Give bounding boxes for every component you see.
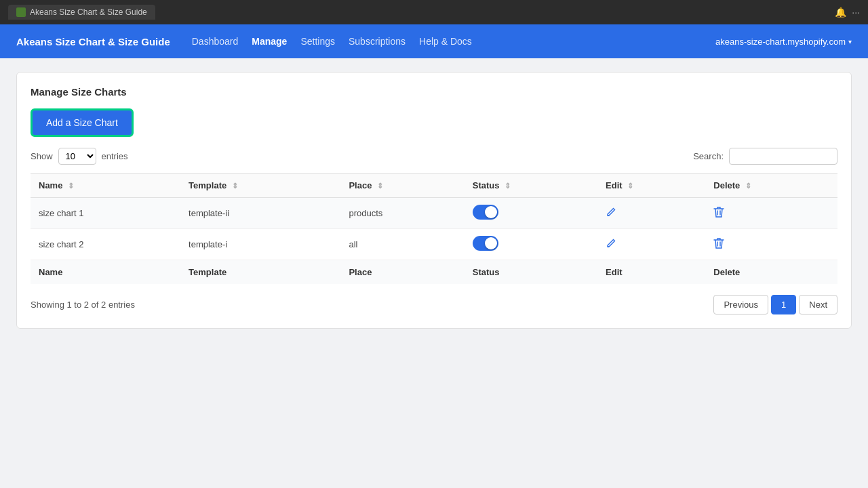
search-area: Search: [693,148,837,165]
row2-delete-icon[interactable] [713,240,724,251]
browser-bar: Akeans Size Chart & Size Guide 🔔 ··· [0,0,868,24]
store-name: akeans-size-chart.myshopify.com [715,37,846,47]
row1-status-toggle[interactable] [473,205,498,220]
store-selector[interactable]: akeans-size-chart.myshopify.com ▾ [715,37,852,47]
col-name-label: Name [39,180,62,190]
search-input[interactable] [729,148,837,165]
col-status[interactable]: Status ⇕ [465,174,597,198]
show-label: Show [31,151,53,161]
row2-delete[interactable] [705,229,837,260]
svg-rect-0 [18,9,24,16]
table-row: size chart 2 template-i all [31,229,837,260]
nav-manage[interactable]: Manage [252,36,287,47]
more-icon[interactable]: ··· [852,7,860,18]
row2-status-toggle[interactable] [473,236,498,251]
col-edit[interactable]: Edit ⇕ [597,174,705,198]
row1-delete-icon[interactable] [713,209,724,220]
manage-card: Manage Size Charts Add a Size Chart Show… [16,72,852,329]
col-place[interactable]: Place ⇕ [340,174,464,198]
entries-per-page-select[interactable]: 10 25 50 100 [58,148,96,165]
sort-status-icon: ⇕ [505,182,511,190]
row1-edit[interactable] [597,198,705,229]
pagination-area: Showing 1 to 2 of 2 entries Previous 1 N… [31,295,837,314]
col-template-label: Template [189,180,226,190]
main-content: Manage Size Charts Add a Size Chart Show… [0,58,868,488]
sort-name-icon: ⇕ [68,182,74,190]
app-nav: Dashboard Manage Settings Subscriptions … [192,36,694,47]
nav-dashboard[interactable]: Dashboard [192,36,239,47]
col-template[interactable]: Template ⇕ [180,174,340,198]
show-entries-control: Show 10 25 50 100 entries [31,148,128,165]
footer-place: Place [340,260,464,285]
row2-template: template-i [180,229,340,260]
add-size-chart-button[interactable]: Add a Size Chart [31,108,134,137]
previous-button[interactable]: Previous [713,295,768,314]
table-row: size chart 1 template-ii products [31,198,837,229]
chevron-down-icon: ▾ [848,38,852,45]
size-charts-table: Name ⇕ Template ⇕ Place ⇕ Status ⇕ [31,173,837,284]
row2-edit[interactable] [597,229,705,260]
pagination-buttons: Previous 1 Next [713,295,837,314]
card-title: Manage Size Charts [31,86,837,98]
col-edit-label: Edit [606,180,623,190]
tab-title: Akeans Size Chart & Size Guide [30,7,147,17]
showing-text: Showing 1 to 2 of 2 entries [31,300,135,310]
sort-delete-icon: ⇕ [745,182,751,190]
table-footer-row: Name Template Place Status Edit Delete [31,260,837,285]
row2-toggle-wrapper[interactable] [473,236,498,251]
nav-help-docs[interactable]: Help & Docs [419,36,472,47]
entries-label: entries [102,151,128,161]
col-delete-label: Delete [713,180,740,190]
next-button[interactable]: Next [799,295,837,314]
row1-edit-icon[interactable] [606,208,616,220]
bell-icon[interactable]: 🔔 [835,7,846,18]
app-title: Akeans Size Chart & Size Guide [16,36,170,47]
footer-edit: Edit [597,260,705,285]
footer-status: Status [465,260,597,285]
row1-place: products [340,198,464,229]
sort-template-icon: ⇕ [232,182,238,190]
footer-delete: Delete [705,260,837,285]
row2-name: size chart 2 [31,229,180,260]
row2-toggle-knob [485,237,497,249]
search-label: Search: [693,151,724,161]
row1-toggle-knob [485,206,497,218]
page-1-button[interactable]: 1 [771,295,796,314]
sort-place-icon: ⇕ [377,182,383,190]
row2-status[interactable] [465,229,597,260]
nav-subscriptions[interactable]: Subscriptions [349,36,406,47]
nav-settings[interactable]: Settings [300,36,335,47]
app-favicon [16,7,26,17]
row1-status[interactable] [465,198,597,229]
footer-name: Name [31,260,180,285]
app-header: Akeans Size Chart & Size Guide Dashboard… [0,24,868,58]
row2-place: all [340,229,464,260]
row1-delete[interactable] [705,198,837,229]
row2-edit-icon[interactable] [606,239,616,251]
browser-tab[interactable]: Akeans Size Chart & Size Guide [8,5,155,20]
row1-name: size chart 1 [31,198,180,229]
col-delete[interactable]: Delete ⇕ [705,174,837,198]
col-place-label: Place [349,180,372,190]
col-status-label: Status [473,180,500,190]
col-name[interactable]: Name ⇕ [31,174,180,198]
table-controls: Show 10 25 50 100 entries Search: [31,148,837,165]
row1-toggle-wrapper[interactable] [473,205,498,220]
browser-action-icons: 🔔 ··· [835,7,860,18]
row1-template: template-ii [180,198,340,229]
sort-edit-icon: ⇕ [627,182,633,190]
footer-template: Template [180,260,340,285]
